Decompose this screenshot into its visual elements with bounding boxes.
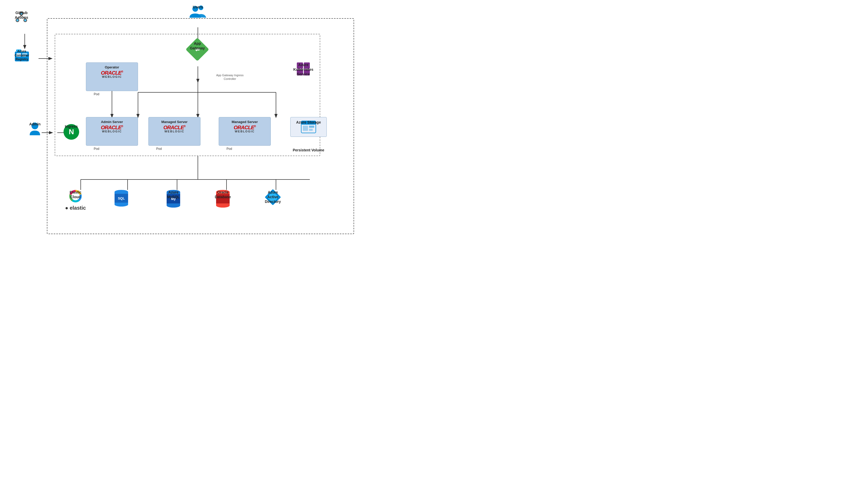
svg-rect-43 <box>303 126 308 131</box>
operator-title: Operator <box>105 65 119 69</box>
users-icon: Users <box>189 5 207 19</box>
managed-server-2-pod: Managed Server ORACLE® WEBLOGIC <box>219 117 271 146</box>
oracle-database-icon: ORACLE Oracle Database <box>216 190 229 206</box>
svg-rect-45 <box>309 129 313 131</box>
github-actions-icon: GitHub Actions <box>14 10 29 25</box>
managed1-pod-label: Pod <box>156 147 162 151</box>
admin-pod-label: Pod <box>94 147 99 151</box>
admin-oracle-logo: ORACLE® WEBLOGIC <box>101 125 123 133</box>
admin-icon: Admin <box>29 122 41 135</box>
managed2-title: Managed Server <box>232 120 258 124</box>
app-gateway-label: App Gateway <box>189 41 206 51</box>
azure-mysql-icon: My Azure MySQL <box>166 190 180 206</box>
github-actions-label: GitHub Actions <box>14 10 29 20</box>
admin-pod: Admin Server ORACLE® WEBLOGIC <box>86 117 138 146</box>
azure-mysql-label: Azure MySQL <box>166 190 180 199</box>
azure-storage-box: Azure Storage <box>290 117 327 137</box>
operator-pod: Operator ORACLE® WEBLOGIC <box>86 62 138 91</box>
users-label: Users <box>193 5 203 9</box>
azure-storage-label: Azure Storage <box>296 120 321 125</box>
managed1-oracle-logo: ORACLE® WEBLOGIC <box>163 125 186 133</box>
elastic-label: Elastic Cloud <box>65 190 86 199</box>
admin-title: Admin Server <box>101 120 123 124</box>
architecture-diagram: GitHub Actions Azure Container Registry … <box>0 0 365 245</box>
managed1-title: Managed Server <box>161 120 187 124</box>
managed-server-1-pod: Managed Server ORACLE® WEBLOGIC <box>148 117 200 146</box>
azure-ad-label: Azure Active Directory <box>265 190 281 204</box>
admin-label: Admin <box>29 122 41 126</box>
aks-icon: Azure KubernetesService <box>297 62 310 75</box>
app-gateway-icon: ⇌ App Gateway <box>189 41 206 58</box>
acr-label: Azure Container Registry <box>14 50 29 62</box>
ingress-label: Ingress <box>65 124 78 129</box>
operator-oracle-logo: ORACLE® WEBLOGIC <box>101 70 123 78</box>
app-gateway-ingress-label: App Gateway Ingress Controller <box>213 73 247 81</box>
azure-sql-icon: SQL Azure SQL <box>115 190 128 206</box>
managed2-pod-label: Pod <box>226 147 232 151</box>
managed2-oracle-logo: ORACLE® WEBLOGIC <box>234 125 256 133</box>
svg-rect-44 <box>309 126 314 128</box>
elastic-cloud-icon: ● elastic Elastic Cloud <box>65 190 86 211</box>
azure-ad-icon: Azure Active Directory <box>266 190 280 204</box>
aks-label: Azure KubernetesService <box>293 62 313 77</box>
operator-pod-label: Pod <box>94 92 99 96</box>
ingress-icon: N Ingress <box>64 124 79 140</box>
azure-container-registry-icon: Azure Container Registry <box>14 50 29 62</box>
persistent-volume-label: Persistent Volume <box>290 148 327 153</box>
oracle-db-label: Oracle Database <box>215 190 231 199</box>
